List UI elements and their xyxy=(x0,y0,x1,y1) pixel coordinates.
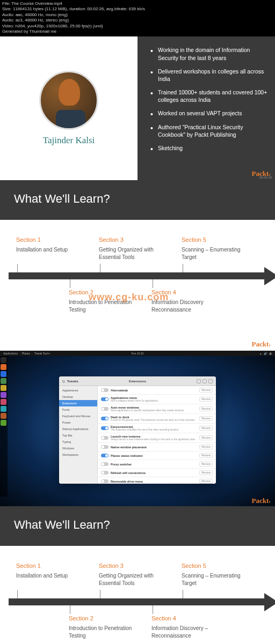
section-1: Section 1 Installation and Setup xyxy=(16,236,86,253)
section-5: Section 5 Scanning – Enumerating Target xyxy=(182,236,251,261)
extension-remove-button[interactable]: Remove xyxy=(199,435,213,440)
dock-app-icon[interactable] xyxy=(1,364,6,370)
meta-line-size: Size: 11664131 bytes (11.12 MiB), durati… xyxy=(2,6,273,12)
extension-remove-button[interactable]: Remove xyxy=(199,445,213,449)
extension-row: Native window placementRemove xyxy=(98,443,216,451)
bio-item: Sketching xyxy=(150,144,270,152)
panel-app-menu[interactable]: Tweak Tool ▾ xyxy=(34,352,50,355)
dock-app-icon[interactable] xyxy=(1,413,6,419)
maximize-icon[interactable] xyxy=(202,379,207,383)
timecode: 00:00:33 xyxy=(259,176,272,179)
meta-line-generator: Generated by Thumbnail me xyxy=(2,29,273,34)
watermark: www.cg-ku.com xyxy=(89,292,169,303)
tweaks-sidebar-item[interactable]: Workspaces xyxy=(59,451,97,458)
dock[interactable] xyxy=(0,356,8,497)
extension-toggle[interactable] xyxy=(101,388,108,392)
dock-app-icon[interactable] xyxy=(1,392,6,398)
extension-desc: Always launch a new instance when clicki… xyxy=(111,438,197,441)
tweaks-sidebar-item[interactable]: Appearance xyxy=(59,387,97,394)
tweaks-sidebar-item[interactable]: Fonts xyxy=(59,406,97,413)
extension-label: EasyscreencastThis extension simplifies … xyxy=(111,425,197,431)
extension-toggle[interactable] xyxy=(101,407,108,411)
tweaks-sidebar-item[interactable]: Startup Applications xyxy=(59,426,97,432)
extension-remove-button[interactable]: Remove xyxy=(199,406,213,411)
extension-name: Alternatetab xyxy=(111,389,197,392)
tweaks-sidebar-item[interactable]: Top Bar xyxy=(59,432,97,439)
back-icon[interactable]: Q xyxy=(62,380,65,383)
tweaks-sidebar-item[interactable]: Windows xyxy=(59,445,97,451)
extension-label: Places status indicator xyxy=(111,454,197,457)
bio-left-panel: Tajinder Kalsi xyxy=(0,36,138,180)
dock-app-icon[interactable] xyxy=(1,378,6,384)
tweaks-sidebar-item[interactable]: Typing xyxy=(59,439,97,445)
extension-remove-button[interactable]: Remove xyxy=(199,479,213,484)
extension-remove-button[interactable]: Remove xyxy=(199,388,213,393)
learn-timeline: Section 1 Installation and Setup Section… xyxy=(0,220,275,340)
bio-bullet-list: Working in the domain of Information Sec… xyxy=(150,46,270,152)
dock-app-icon[interactable] xyxy=(1,406,6,412)
section-title: Section 4 xyxy=(151,615,221,623)
panel-clock[interactable]: Sun 15:10 xyxy=(132,352,144,355)
extension-remove-button[interactable]: Remove xyxy=(199,462,213,467)
extension-toggle[interactable] xyxy=(101,462,108,466)
section-4: Section 4 Information Discovery – Reconn… xyxy=(151,615,221,639)
minimize-icon[interactable] xyxy=(197,379,201,383)
dock-app-icon[interactable] xyxy=(1,420,6,426)
close-icon[interactable] xyxy=(208,379,213,383)
extension-toggle[interactable] xyxy=(101,454,108,457)
panel-tray[interactable]: ▴ 🔊 ⏻ xyxy=(260,352,272,355)
section-text: Installation and Setup xyxy=(16,572,86,580)
slide-footer: Packt› 00:00:55 xyxy=(0,340,275,351)
extension-label: Auto move windowsMove applications to sp… xyxy=(111,406,197,412)
section-title: Section 5 xyxy=(182,236,251,244)
dock-app-icon[interactable] xyxy=(1,371,6,377)
tweaks-sidebar-item[interactable]: Desktop xyxy=(59,394,97,400)
timeline-arrow-line xyxy=(9,598,272,605)
extension-name: Places status indicator xyxy=(111,454,197,457)
meta-line-audio1: Audio: aac, 48000 Hz, mono (eng) xyxy=(2,12,273,18)
extension-toggle[interactable] xyxy=(101,471,108,475)
dock-app-icon[interactable] xyxy=(1,385,6,391)
power-icon[interactable]: ⏻ xyxy=(269,352,272,355)
extension-remove-button[interactable]: Remove xyxy=(199,426,213,431)
extension-row: Applications menuAdd a category-based me… xyxy=(98,395,216,404)
tweaks-titlebar[interactable]: Q Tweaks Extensions xyxy=(59,376,216,386)
extension-toggle[interactable] xyxy=(101,397,108,401)
tweaks-extensions-list[interactable]: AlternatetabRemoveApplications menuAdd a… xyxy=(98,386,216,484)
dock-app-icon[interactable] xyxy=(1,399,6,405)
section-1: Section 1 Installation and Setup xyxy=(16,562,86,579)
section-3: Section 3 Getting Organized with Essenti… xyxy=(99,562,169,587)
window-title-left: Tweaks xyxy=(67,380,78,383)
slide-desktop: Applications Places Tweak Tool ▾ Sun 15:… xyxy=(0,351,275,506)
dock-app-icon[interactable] xyxy=(1,357,6,363)
tick xyxy=(153,279,153,288)
extension-toggle[interactable] xyxy=(101,445,108,449)
section-2: Section 2 Introduction to Penetration Te… xyxy=(69,615,139,639)
extension-row: Proxy switcherRemove xyxy=(98,460,216,469)
extension-remove-button[interactable]: Remove xyxy=(199,397,213,402)
extension-remove-button[interactable]: Remove xyxy=(199,453,213,458)
tweaks-sidebar-item[interactable]: Power xyxy=(59,419,97,426)
extension-toggle[interactable] xyxy=(101,417,108,420)
extension-remove-button[interactable]: Remove xyxy=(199,470,213,475)
extension-toggle[interactable] xyxy=(101,426,108,430)
extension-name: Proxy switcher xyxy=(111,463,197,466)
extension-toggle[interactable] xyxy=(101,436,108,440)
extension-label: Launch new instanceAlways launch a new i… xyxy=(111,435,197,441)
extension-row: AlternatetabRemove xyxy=(98,386,216,395)
extension-remove-button[interactable]: Remove xyxy=(199,416,213,421)
learn-heading: What We'll Learn? xyxy=(0,506,275,546)
tick xyxy=(17,590,18,598)
tweaks-sidebar-item[interactable]: Extensions xyxy=(59,400,97,406)
extension-row: Launch new instanceAlways launch a new i… xyxy=(98,433,216,443)
tweaks-sidebar-item[interactable]: Keyboard and Mouse xyxy=(59,413,97,419)
extension-label: Dash to dockA dock for the gnome shell. … xyxy=(111,416,197,421)
gnome-top-panel[interactable]: Applications Places Tweak Tool ▾ Sun 15:… xyxy=(0,351,275,356)
network-icon[interactable]: ▴ xyxy=(260,352,262,355)
panel-places[interactable]: Places xyxy=(22,352,30,355)
panel-applications[interactable]: Applications xyxy=(3,352,18,355)
extension-name: Removable drive menu xyxy=(111,480,197,483)
extension-toggle[interactable] xyxy=(101,479,108,483)
volume-icon[interactable]: 🔊 xyxy=(264,352,267,355)
section-text: Information Discovery – Reconnaissance xyxy=(151,625,221,639)
